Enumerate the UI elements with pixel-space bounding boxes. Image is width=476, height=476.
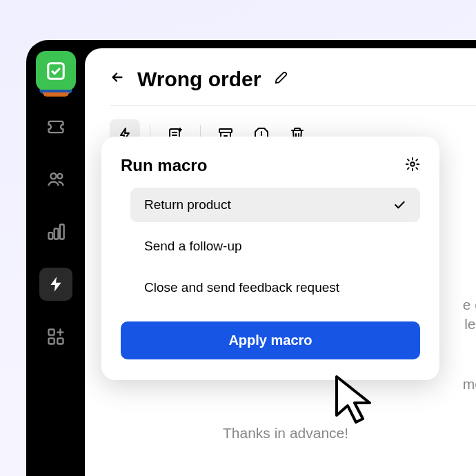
macro-settings-button[interactable]: [405, 157, 420, 175]
svg-rect-8: [57, 338, 63, 344]
macro-option-close-feedback[interactable]: Close and send feedback request: [130, 270, 420, 305]
bg-text-fragment: me: [463, 376, 476, 393]
svg-rect-3: [48, 232, 52, 239]
svg-rect-6: [48, 330, 54, 335]
svg-rect-10: [219, 129, 232, 132]
page-header: Wrong order: [110, 68, 476, 106]
back-button[interactable]: [110, 70, 125, 89]
ticket-icon: [46, 117, 66, 137]
users-icon: [46, 170, 66, 189]
macro-option-label: Send a follow-up: [144, 239, 242, 254]
lightning-icon: [47, 275, 65, 293]
svg-rect-7: [48, 338, 54, 344]
checkmark-icon: [46, 61, 66, 81]
bg-text-fragment: les: [464, 316, 476, 333]
macro-option-label: Return product: [144, 197, 231, 212]
macro-title: Run macro: [121, 156, 207, 175]
macro-option-followup[interactable]: Send a follow-up: [130, 229, 420, 264]
svg-rect-5: [59, 225, 63, 239]
svg-rect-4: [54, 228, 58, 239]
bg-text-fragment: Thanks in advance!: [223, 425, 348, 442]
nav-tickets[interactable]: [39, 110, 72, 143]
edit-title-button[interactable]: [273, 70, 288, 88]
check-icon: [393, 198, 406, 212]
apply-macro-button[interactable]: Apply macro: [121, 321, 420, 359]
bg-text-fragment: e o: [463, 297, 476, 313]
nav-automation[interactable]: [39, 268, 72, 301]
macro-header: Run macro: [121, 156, 420, 175]
app-logo[interactable]: [36, 51, 76, 91]
sidebar: [26, 40, 85, 476]
nav-apps[interactable]: [39, 320, 72, 353]
content-area: Wrong order: [85, 48, 476, 476]
nav-users[interactable]: [39, 163, 72, 196]
app-window: Wrong order: [26, 40, 476, 476]
macro-panel: Run macro Return product Send a follow-u…: [101, 137, 439, 380]
macro-option-label: Close and send feedback request: [144, 280, 339, 295]
svg-point-1: [50, 173, 56, 179]
arrow-left-icon: [110, 70, 125, 85]
pencil-icon: [273, 70, 288, 86]
svg-point-2: [57, 174, 62, 179]
bar-chart-icon: [46, 222, 66, 241]
svg-point-11: [410, 162, 415, 166]
grid-plus-icon: [46, 327, 66, 346]
nav-analytics[interactable]: [39, 215, 72, 248]
gear-icon: [405, 157, 420, 172]
macro-option-return[interactable]: Return product: [130, 188, 420, 222]
page-title: Wrong order: [137, 68, 261, 91]
